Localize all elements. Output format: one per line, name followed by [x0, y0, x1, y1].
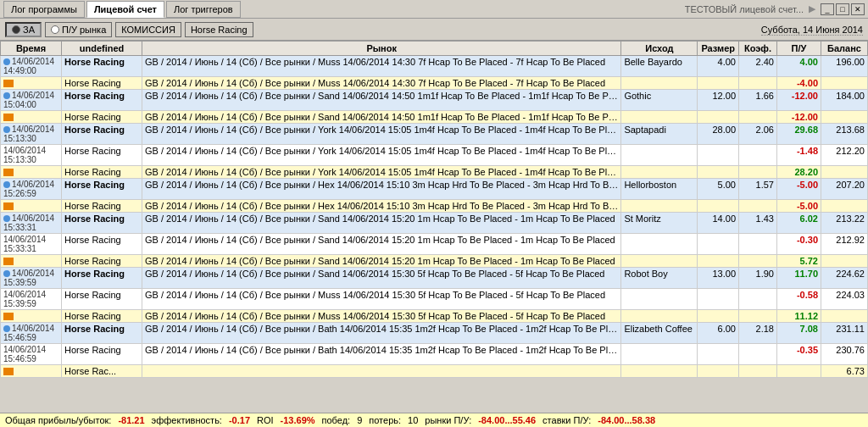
cell-outcome	[621, 255, 698, 268]
cell-balance: 230.76	[821, 344, 868, 365]
cell-outcome	[621, 310, 698, 323]
cell-market: GB / 2014 / Июнь / 14 (Сб) / Все рынки /…	[142, 179, 621, 200]
col-size: Размер	[698, 42, 739, 56]
cell-time: 14/06/2014 15:04:00	[1, 90, 62, 111]
window-controls: _ □ ✕	[821, 3, 865, 15]
cell-outcome	[621, 344, 698, 365]
cell-pu: -12.00	[777, 111, 821, 124]
cell-market: GB / 2014 / Июнь / 14 (Сб) / Все рынки /…	[142, 344, 621, 365]
cell-time: 14/06/2014 15:46:59	[1, 323, 62, 344]
cell-pu: 11.70	[777, 268, 821, 289]
cell-type: Horse Racing	[62, 234, 142, 255]
table-row: Horse RacingGB / 2014 / Июнь / 14 (Сб) /…	[1, 255, 868, 268]
date-label: Суббота, 14 Июня 2014	[761, 25, 863, 36]
col-odds: Коэф.	[739, 42, 777, 56]
date-display: Суббота, 14 Июня 2014	[761, 25, 863, 35]
win-minimize[interactable]: _	[821, 3, 834, 15]
cell-time: 14/06/2014 14:49:00	[1, 56, 62, 77]
filter-pu-button[interactable]: П/У рынка	[45, 22, 112, 37]
cell-time	[1, 255, 62, 268]
cell-pu: 6.02	[777, 213, 821, 234]
cell-outcome: Gothic	[621, 90, 698, 111]
cell-odds	[739, 310, 777, 323]
cell-size: 28.00	[698, 124, 739, 145]
cell-market: GB / 2014 / Июнь / 14 (Сб) / Все рынки /…	[142, 90, 621, 111]
cell-size	[698, 344, 739, 365]
cell-type: Horse Racing	[62, 213, 142, 234]
cell-balance	[821, 111, 868, 124]
cell-outcome	[621, 365, 698, 378]
cell-market: GB / 2014 / Июнь / 14 (Сб) / Все рынки /…	[142, 145, 621, 166]
cell-market: GB / 2014 / Июнь / 14 (Сб) / Все рынки /…	[142, 255, 621, 268]
cell-type: Horse Racing	[62, 90, 142, 111]
cell-outcome: St Moritz	[621, 213, 698, 234]
filter-horse-button[interactable]: Horse Racing	[185, 22, 253, 37]
cell-time	[1, 365, 62, 378]
filter-commission-button[interactable]: КОМИССИЯ	[115, 22, 181, 37]
cell-odds: 1.57	[739, 179, 777, 200]
cell-time	[1, 200, 62, 213]
cell-market: GB / 2014 / Июнь / 14 (Сб) / Все рынки /…	[142, 234, 621, 255]
win-restore[interactable]: □	[836, 3, 849, 15]
cell-pu: 28.20	[777, 166, 821, 179]
cell-market: GB / 2014 / Июнь / 14 (Сб) / Все рынки /…	[142, 289, 621, 310]
cell-odds	[739, 255, 777, 268]
cell-balance: 213.68	[821, 124, 868, 145]
cell-size	[698, 145, 739, 166]
cell-type: Horse Racing	[62, 77, 142, 90]
table-row: Horse RacingGB / 2014 / Июнь / 14 (Сб) /…	[1, 166, 868, 179]
win-close[interactable]: ✕	[851, 3, 865, 15]
cell-odds	[739, 365, 777, 378]
filter-za-button[interactable]: ЗА	[5, 22, 42, 37]
cell-type: Horse Rac...	[62, 365, 142, 378]
table-row: Horse RacingGB / 2014 / Июнь / 14 (Сб) /…	[1, 111, 868, 124]
cell-time: 14/06/2014 15:33:31	[1, 213, 62, 234]
tab-account[interactable]: Лицевой счет	[86, 1, 164, 18]
cell-odds	[739, 344, 777, 365]
cell-outcome: Elizabeth Coffee	[621, 323, 698, 344]
cell-market: GB / 2014 / Июнь / 14 (Сб) / Все рынки /…	[142, 56, 621, 77]
tab-log-triggers[interactable]: Лог триггеров	[166, 1, 241, 18]
table-row: Horse RacingGB / 2014 / Июнь / 14 (Сб) /…	[1, 77, 868, 90]
cell-outcome	[621, 234, 698, 255]
cell-market: GB / 2014 / Июнь / 14 (Сб) / Все рынки /…	[142, 77, 621, 90]
table-row: 14/06/2014 15:13:30Horse RacingGB / 2014…	[1, 145, 868, 166]
cell-size	[698, 234, 739, 255]
cell-outcome	[621, 77, 698, 90]
title-bar: Лог программы Лицевой счет Лог триггеров…	[0, 0, 868, 19]
cell-odds	[739, 77, 777, 90]
toolbar: ЗА П/У рынка КОМИССИЯ Horse Racing Суббо…	[0, 19, 868, 41]
cell-market: GB / 2014 / Июнь / 14 (Сб) / Все рынки /…	[142, 200, 621, 213]
cell-size	[698, 77, 739, 90]
cell-type: Horse Racing	[62, 289, 142, 310]
main-table-container: Время undefined Рынок Исход Размер Коэф.…	[0, 41, 868, 395]
cell-balance: 212.20	[821, 145, 868, 166]
cell-time	[1, 310, 62, 323]
cell-odds	[739, 111, 777, 124]
radio-pu-dot	[51, 25, 59, 34]
radio-za-dot	[12, 25, 20, 34]
cell-market: GB / 2014 / Июнь / 14 (Сб) / Все рынки /…	[142, 124, 621, 145]
filter-commission-label: КОМИССИЯ	[121, 25, 175, 35]
col-market: Рынок	[142, 42, 621, 56]
cell-balance	[821, 310, 868, 323]
cell-market: GB / 2014 / Июнь / 14 (Сб) / Все рынки /…	[142, 111, 621, 124]
cell-pu: -0.35	[777, 344, 821, 365]
col-pu: П/У	[777, 42, 821, 56]
cell-size: 13.00	[698, 268, 739, 289]
cell-balance: 212.92	[821, 234, 868, 255]
cell-time: 14/06/2014 15:13:30	[1, 124, 62, 145]
cell-outcome: Robot Boy	[621, 268, 698, 289]
cell-pu: -12.00	[777, 90, 821, 111]
col-time: Время	[1, 42, 62, 56]
cell-type: Horse Racing	[62, 255, 142, 268]
col-undefined: undefined	[62, 42, 142, 56]
cell-pu: -1.48	[777, 145, 821, 166]
cell-size	[698, 289, 739, 310]
cell-pu	[777, 365, 821, 378]
cell-type: Horse Racing	[62, 268, 142, 289]
cell-balance: 184.00	[821, 90, 868, 111]
tab-log-program[interactable]: Лог программы	[3, 1, 85, 18]
cell-type: Horse Racing	[62, 200, 142, 213]
cell-odds	[739, 166, 777, 179]
